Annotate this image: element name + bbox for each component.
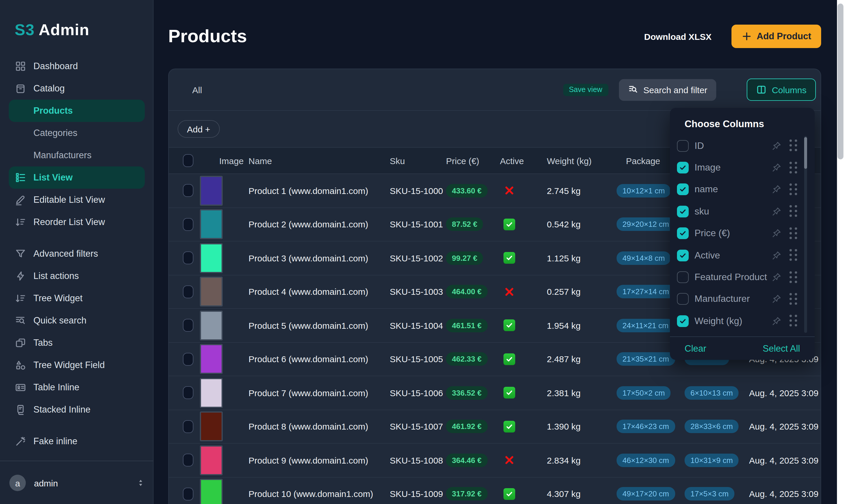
sidebar-item-reorder-list-view[interactable]: Reorder List View (0, 211, 154, 233)
sidebar-item-quick-search[interactable]: Quick search (0, 309, 154, 332)
table-row[interactable]: Product 8 (www.domain1.com)SKU-15-100746… (169, 410, 821, 444)
page-scrollbar-thumb[interactable] (838, 3, 843, 159)
sidebar-item-tabs[interactable]: Tabs (0, 332, 154, 354)
pin-icon[interactable] (771, 162, 782, 173)
package-badge: 17×50×2 cm (616, 386, 671, 400)
drag-handle-icon[interactable] (790, 293, 798, 305)
sidebar-item-dashboard[interactable]: Dashboard (0, 55, 154, 77)
tab-all[interactable]: All (192, 85, 202, 95)
page-scrollbar[interactable] (837, 0, 844, 504)
row-checkbox[interactable] (183, 184, 193, 197)
price-badge: 364.46 € (446, 454, 487, 467)
pin-icon[interactable] (771, 250, 782, 260)
drag-handle-icon[interactable] (790, 161, 798, 174)
search-filter-icon (627, 84, 638, 95)
row-checkbox[interactable] (183, 386, 193, 399)
dropdown-scrollbar[interactable] (804, 136, 807, 333)
col-header-image[interactable]: Image (200, 156, 249, 165)
product-name[interactable]: Product 3 (www.domain1.com) (249, 253, 390, 263)
add-product-button[interactable]: Add Product (732, 24, 821, 48)
pin-icon[interactable] (771, 316, 782, 326)
download-xlsx-button[interactable]: Download XLSX (644, 31, 712, 41)
drag-handle-icon[interactable] (790, 249, 798, 262)
sidebar-item-list-actions[interactable]: List actions (0, 265, 154, 287)
table-row[interactable]: Product 7 (www.domain1.com)SKU-15-100633… (169, 376, 821, 410)
add-button[interactable]: Add + (178, 120, 219, 138)
column-label: Weight (kg) (695, 316, 742, 326)
drag-handle-icon[interactable] (790, 228, 798, 240)
drag-handle-icon[interactable] (790, 140, 798, 152)
choose-columns-list: IDImagenameskuPrice (€)ActiveFeatured Pr… (670, 135, 815, 332)
product-name[interactable]: Product 10 (www.domain1.com) (249, 489, 390, 499)
product-name[interactable]: Product 2 (www.domain1.com) (249, 219, 390, 230)
row-checkbox[interactable] (183, 353, 193, 366)
row-checkbox[interactable] (183, 454, 193, 467)
drag-handle-icon[interactable] (790, 205, 798, 218)
sidebar-item-products[interactable]: Products (9, 100, 145, 122)
row-checkbox[interactable] (183, 218, 193, 231)
row-checkbox[interactable] (183, 319, 193, 332)
column-checkbox[interactable] (677, 140, 689, 151)
product-name[interactable]: Product 9 (www.domain1.com) (249, 455, 390, 465)
pin-icon[interactable] (771, 184, 782, 195)
columns-button[interactable]: Columns (747, 78, 816, 101)
sidebar-item-manufacturers[interactable]: Manufacturers (0, 144, 154, 166)
sidebar-item-tree-widget[interactable]: Tree Widget (0, 287, 154, 309)
dropdown-scrollbar-thumb[interactable] (804, 137, 807, 169)
product-name[interactable]: Product 1 (www.domain1.com) (249, 186, 390, 196)
col-header-price[interactable]: Price (€) (446, 156, 490, 165)
sidebar-item-fake-inline[interactable]: Fake inline (0, 430, 154, 452)
column-checkbox[interactable] (677, 162, 689, 174)
table-row[interactable]: Product 10 (www.domain1.com)SKU-15-10093… (169, 477, 821, 504)
column-checkbox[interactable] (677, 271, 689, 283)
drag-handle-icon[interactable] (790, 271, 798, 283)
user-menu[interactable]: a admin (10, 467, 145, 499)
column-checkbox[interactable] (677, 315, 689, 327)
sidebar-item-categories[interactable]: Categories (0, 122, 154, 144)
row-checkbox[interactable] (183, 488, 193, 501)
save-view-button[interactable]: Save view (563, 84, 608, 96)
pin-icon[interactable] (771, 206, 782, 217)
sidebar-item-table-inline[interactable]: Table Inline (0, 376, 154, 398)
sidebar-item-tree-widget-field[interactable]: Tree Widget Field (0, 354, 154, 376)
row-checkbox[interactable] (183, 420, 193, 433)
sidebar-item-label: Quick search (33, 315, 87, 326)
row-checkbox[interactable] (183, 252, 193, 265)
drag-handle-icon[interactable] (790, 183, 798, 196)
column-checkbox[interactable] (677, 228, 689, 239)
product-weight: 0.257 kg (529, 287, 616, 297)
pin-icon[interactable] (771, 140, 782, 151)
box-icon (15, 83, 26, 94)
row-checkbox[interactable] (183, 285, 193, 298)
column-checkbox[interactable] (677, 206, 689, 217)
product-name[interactable]: Product 6 (www.domain1.com) (249, 354, 390, 364)
column-checkbox[interactable] (677, 184, 689, 195)
pin-icon[interactable] (771, 272, 782, 283)
product-name[interactable]: Product 4 (www.domain1.com) (249, 287, 390, 297)
product-name[interactable]: Product 8 (www.domain1.com) (249, 422, 390, 432)
pin-icon[interactable] (771, 228, 782, 239)
product-name[interactable]: Product 7 (www.domain1.com) (249, 388, 390, 398)
package2-badge: 10×31×9 cm (685, 454, 739, 467)
col-header-active[interactable]: Active (490, 156, 529, 165)
pin-icon[interactable] (771, 294, 782, 304)
column-checkbox[interactable] (677, 249, 689, 261)
search-and-filter-button[interactable]: Search and filter (618, 79, 716, 101)
col-header-name[interactable]: Name (249, 156, 390, 165)
clear-link[interactable]: Clear (685, 343, 706, 354)
package-badge: 49×17×20 cm (616, 487, 675, 501)
drag-handle-icon[interactable] (790, 315, 798, 327)
column-checkbox[interactable] (677, 293, 689, 305)
product-name[interactable]: Product 5 (www.domain1.com) (249, 321, 390, 330)
sidebar-item-list-view[interactable]: List View (9, 166, 145, 189)
sidebar-item-editable-list-view[interactable]: Editable List View (0, 189, 154, 211)
select-all-link[interactable]: Select All (762, 343, 800, 354)
table-row[interactable]: Product 9 (www.domain1.com)SKU-15-100836… (169, 444, 821, 477)
col-header-sku[interactable]: Sku (390, 156, 446, 165)
col-header-weight[interactable]: Weight (kg) (529, 156, 616, 165)
package-badge: 10×12×1 cm (616, 184, 671, 198)
sidebar-item-stacked-inline[interactable]: Stacked Inline (0, 398, 154, 421)
select-all-checkbox[interactable] (183, 154, 193, 167)
sidebar-item-advanced-filters[interactable]: Advanced filters (0, 242, 154, 265)
sidebar-item-catalog[interactable]: Catalog (0, 77, 154, 100)
